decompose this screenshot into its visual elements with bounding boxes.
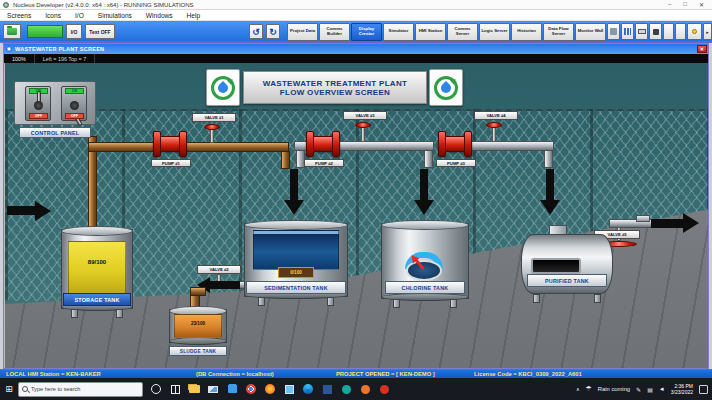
monitor-icon[interactable] — [635, 23, 648, 40]
run-indicator-button[interactable] — [27, 25, 63, 38]
chrome-icon[interactable] — [244, 382, 258, 396]
option-button-1[interactable] — [663, 23, 674, 40]
menu-bar: Screens Icons I/O Simulations Windows He… — [0, 10, 712, 21]
overflow-arrow-icon[interactable]: ▸ — [703, 23, 712, 40]
flow-arrow-down-icon — [540, 169, 560, 215]
menu-screens[interactable]: Screens — [0, 12, 38, 19]
cortana-icon[interactable] — [149, 382, 163, 396]
file-explorer-icon[interactable] — [187, 382, 201, 396]
capture-button[interactable] — [687, 23, 702, 40]
toggle-switch-2[interactable]: ON OFF — [61, 86, 87, 121]
status-bar: LOCAL HMI Station = KEN-BAKER (DB Connec… — [0, 369, 712, 378]
purified-tank-label: PURIFIED TANK — [527, 274, 607, 287]
storage-tank[interactable]: 89/100 STORAGE TANK — [61, 229, 133, 319]
option-button-2[interactable] — [675, 23, 686, 40]
columns-icon[interactable] — [621, 23, 634, 40]
module-hmi-station[interactable]: HMI Station — [415, 23, 446, 41]
menu-io[interactable]: I/O — [68, 12, 91, 19]
menu-help[interactable]: Help — [180, 12, 208, 19]
off-label: OFF — [29, 113, 48, 119]
screen-banner: WASTEWATER TREATMENT PLANT FLOW OVERVIEW… — [243, 71, 427, 104]
module-monitor-wall[interactable]: Monitor Wall — [575, 23, 606, 41]
sedimentation-tank-label: SEDIMENTATION TANK — [246, 281, 346, 294]
app-icon — [3, 2, 9, 8]
tank-fill — [68, 241, 126, 297]
app-icon-blue[interactable] — [320, 382, 334, 396]
taskbar-app-icons — [149, 382, 391, 396]
sedimentation-tank[interactable]: 0/100 SEDIMENTATION TANK — [244, 223, 348, 305]
app-icon-red[interactable] — [377, 382, 391, 396]
valve4-label: VALVE #4 — [474, 111, 518, 120]
toggle-switch-1[interactable]: ON OFF — [25, 86, 51, 121]
tray-panel-icon[interactable]: ▤ — [647, 386, 653, 393]
chlorine-tank[interactable]: CHLORINE TANK — [381, 223, 469, 307]
tank-fill — [174, 314, 222, 338]
zoom-level[interactable]: 100% — [4, 54, 35, 63]
pump-3[interactable] — [438, 131, 472, 157]
sludge-tank[interactable]: 23/100 SLUDGE TANK — [169, 309, 227, 357]
store-icon[interactable] — [225, 382, 239, 396]
maximize-icon[interactable]: □ — [683, 1, 687, 8]
mdi-title-text: WASTEWATER PLANT SCREEN — [15, 46, 104, 52]
notification-center-icon[interactable] — [699, 385, 708, 394]
mdi-titlebar[interactable]: WASTEWATER PLANT SCREEN ✕ — [4, 44, 708, 54]
weather-text[interactable]: Rain coming — [598, 386, 630, 392]
mail-icon[interactable] — [206, 382, 220, 396]
app-icon-orange[interactable] — [358, 382, 372, 396]
edge-icon[interactable] — [301, 382, 315, 396]
switch-knob — [34, 101, 43, 110]
scada-canvas[interactable]: WASTEWATER TREATMENT PLANT FLOW OVERVIEW… — [5, 63, 708, 368]
module-historian[interactable]: Historian — [511, 23, 542, 41]
open-folder-button[interactable] — [3, 24, 21, 39]
sedimentation-level: 0/100 — [278, 267, 314, 278]
taskbar-search-input[interactable]: Type here to search — [18, 382, 143, 397]
text-off-button[interactable]: Text OFF — [85, 24, 115, 39]
module-data-flow-server[interactable]: Data Flow Server — [543, 23, 574, 41]
valve1-label: VALVE #1 — [192, 113, 236, 122]
module-project-data[interactable]: Project Data — [287, 23, 318, 41]
weather-umbrella-icon: ☂ — [586, 385, 592, 393]
app-icon-teal[interactable] — [339, 382, 353, 396]
pump-2[interactable] — [306, 131, 340, 157]
minimize-icon[interactable]: – — [668, 1, 671, 8]
tray-chevron-icon[interactable]: ∧ — [576, 386, 580, 392]
module-logic-server[interactable]: Logic Server — [479, 23, 510, 41]
search-placeholder: Type here to search — [31, 386, 80, 392]
tray-pen-icon[interactable]: ✎ — [636, 386, 641, 393]
desktop: Nucleus Developer (v2.4.0.0: x64 : x64) … — [0, 0, 712, 400]
tray-speaker-icon[interactable]: ◄ — [659, 386, 665, 392]
io-button[interactable]: I/O — [66, 24, 82, 39]
pipe — [544, 150, 553, 168]
taskbar-clock[interactable]: 2:36 PM 3/23/2022 — [671, 383, 693, 395]
start-button-icon[interactable]: ⊞ — [0, 378, 18, 400]
valve1-wheel[interactable] — [204, 124, 220, 130]
pump1-label: PUMP #1 — [151, 159, 191, 167]
redo-icon[interactable]: ↻ — [266, 24, 280, 39]
menu-simulations[interactable]: Simulations — [91, 12, 139, 19]
task-view-icon[interactable] — [168, 382, 182, 396]
undo-icon[interactable]: ↺ — [249, 24, 263, 39]
layout-icon[interactable] — [607, 23, 620, 40]
firefox-icon[interactable] — [263, 382, 277, 396]
module-simulator[interactable]: Simulator — [383, 23, 414, 41]
menu-icons[interactable]: Icons — [38, 12, 68, 19]
purified-tank[interactable]: PURIFIED TANK — [521, 234, 613, 304]
toolbar: I/O Text OFF ↺ ↻ Project Data Comms Buil… — [0, 21, 712, 43]
valve4-wheel[interactable] — [486, 122, 502, 128]
valve3-wheel[interactable] — [355, 122, 371, 128]
spigot-icon — [636, 215, 650, 222]
close-icon[interactable]: ✕ — [699, 1, 704, 8]
mdi-close-icon[interactable]: ✕ — [697, 45, 707, 53]
photos-icon[interactable] — [282, 382, 296, 396]
inflow-arrow-icon — [7, 201, 35, 215]
module-display-creator[interactable]: Display Creator — [351, 23, 382, 41]
storage-level: 89/100 — [61, 259, 133, 265]
windows-taskbar: ⊞ Type here to search ∧ ☂ Rain coming ✎ … — [0, 378, 712, 400]
valve2-label: VALVE #2 — [197, 265, 241, 274]
valve-stem — [492, 127, 496, 142]
menu-windows[interactable]: Windows — [139, 12, 180, 19]
module-comms-server[interactable]: Comms Server — [447, 23, 478, 41]
module-comms-builder[interactable]: Comms Builder — [319, 23, 350, 41]
pump-1[interactable] — [153, 131, 187, 157]
screen-icon[interactable] — [649, 23, 662, 40]
